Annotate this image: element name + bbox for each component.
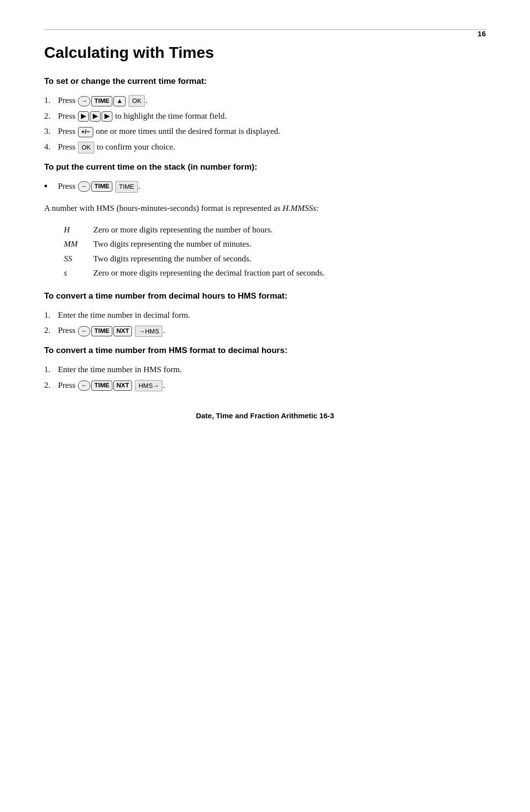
- softkey-time: TIME: [115, 181, 137, 193]
- key-nxt-2: NXT: [113, 381, 132, 391]
- page-number: 16: [477, 29, 486, 38]
- step-4-1: 1. Enter the time number in HMS form.: [44, 363, 486, 376]
- def-row-MM: MM Two digits representing the number of…: [64, 237, 325, 252]
- section1-steps: 1. Press →TIME▲ OK. 2. Press ▶▶▶ to high…: [44, 94, 486, 153]
- key-time-4: TIME: [91, 381, 112, 391]
- key-left-arrow-1: ←: [78, 181, 90, 192]
- def-row-H: H Zero or more digits representing the n…: [64, 223, 325, 237]
- footer-text: Date, Time and Fraction Arithmetic 16-3: [196, 411, 334, 420]
- term-MM: MM: [64, 237, 93, 252]
- step-4-2: 2. Press ←TIMENXT HMS→.: [44, 379, 486, 392]
- key-plusminus: +/−: [78, 127, 93, 137]
- softkey-hmsto: HMS→: [135, 380, 162, 392]
- section3-heading: To convert a time number from decimal ho…: [44, 291, 486, 301]
- def-s: Zero or more digits representing the dec…: [93, 266, 325, 280]
- section1-heading: To set or change the current time format…: [44, 76, 486, 86]
- section4-heading: To convert a time number from HMS format…: [44, 346, 486, 355]
- step-1-3: 3. Press +/− one or more times until the…: [44, 125, 486, 138]
- key-up-arrow: ▲: [113, 96, 126, 106]
- chapter-title: Calculating with Times: [44, 44, 486, 62]
- top-rule: [44, 29, 486, 30]
- step-1-1: 1. Press →TIME▲ OK.: [44, 94, 486, 107]
- def-MM: Two digits representing the number of mi…: [93, 237, 325, 252]
- key-time-1: TIME: [91, 96, 112, 106]
- definition-table: H Zero or more digits representing the n…: [64, 223, 325, 280]
- bullet-1: Press ←TIME TIME.: [44, 180, 486, 193]
- key-time-2: TIME: [91, 181, 112, 192]
- key-right-arrow: →: [78, 96, 90, 106]
- step-3-1: 1. Enter the time number in decimal form…: [44, 309, 486, 322]
- softkey-ok-2: OK: [78, 142, 94, 153]
- section2-bullets: Press ←TIME TIME.: [44, 180, 486, 193]
- page-content: 16 Calculating with Times To set or chan…: [0, 0, 530, 439]
- key-right-2: ▶: [90, 111, 101, 122]
- key-time-3: TIME: [91, 326, 112, 336]
- def-row-SS: SS Two digits representing the number of…: [64, 252, 325, 266]
- step-1-2: 2. Press ▶▶▶ to highlight the time forma…: [44, 110, 486, 123]
- section2-heading: To put the current time on the stack (in…: [44, 162, 486, 172]
- key-nxt-1: NXT: [113, 326, 132, 336]
- format-notation: H.MMSSs:: [283, 203, 319, 213]
- key-right-3: ▶: [102, 111, 112, 122]
- key-right-1: ▶: [78, 111, 89, 122]
- term-H: H: [64, 223, 93, 237]
- step-3-2: 2. Press ←TIMENXT →HMS.: [44, 324, 486, 337]
- page-footer: Date, Time and Fraction Arithmetic 16-3: [0, 411, 530, 420]
- def-H: Zero or more digits representing the num…: [93, 223, 325, 237]
- term-SS: SS: [64, 252, 93, 266]
- def-SS: Two digits representing the number of se…: [93, 252, 325, 266]
- section2-para: A number with HMS (hours-minutes-seconds…: [44, 202, 486, 215]
- softkey-tohms: →HMS: [135, 326, 162, 337]
- section4-steps: 1. Enter the time number in HMS form. 2.…: [44, 363, 486, 391]
- def-row-s: s Zero or more digits representing the d…: [64, 266, 325, 280]
- key-left-arrow-2: ←: [78, 326, 90, 336]
- key-left-arrow-3: ←: [78, 381, 90, 391]
- step-1-4: 4. Press OK to confirm your choice.: [44, 141, 486, 153]
- section3-steps: 1. Enter the time number in decimal form…: [44, 309, 486, 337]
- term-s: s: [64, 266, 93, 280]
- softkey-ok-1: OK: [129, 95, 145, 107]
